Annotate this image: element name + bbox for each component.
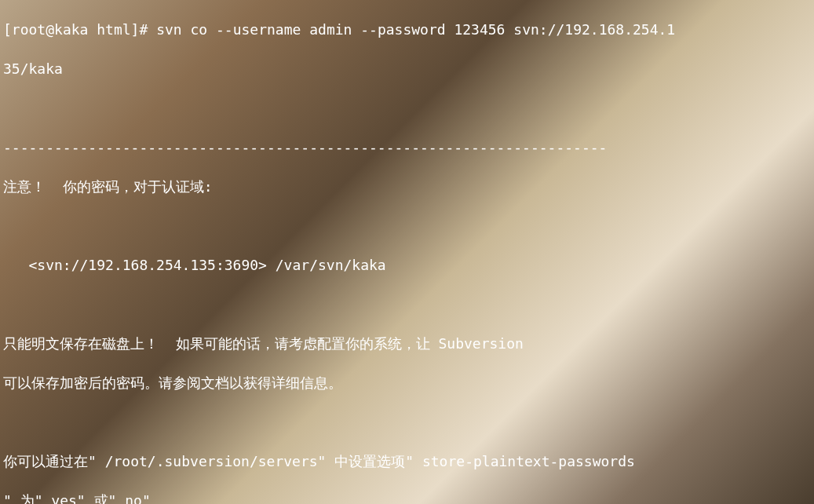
warning-body-4: " 为" yes" 或" no" ， bbox=[3, 491, 811, 504]
auth-realm: <svn://192.168.254.135:3690> /var/svn/ka… bbox=[3, 255, 811, 275]
warning-body-3: 你可以通过在" /root/.subversion/servers" 中设置选项… bbox=[3, 451, 811, 471]
warning-body-1: 只能明文保存在磁盘上！ 如果可能的话，请考虑配置你的系统，让 Subversio… bbox=[3, 334, 811, 353]
warning-title: 注意！ 你的密码，对于认证域: bbox=[3, 177, 811, 196]
prompt-line-1: [root@kaka html]# svn co --username admi… bbox=[3, 20, 811, 39]
svn-cmd-wrap: 35/kaka bbox=[3, 59, 811, 79]
separator-line: ----------------------------------------… bbox=[3, 137, 811, 157]
svn-checkout-command: svn co --username admin --password 12345… bbox=[156, 21, 675, 38]
warning-body-2: 可以保存加密后的密码。请参阅文档以获得详细信息。 bbox=[3, 373, 811, 393]
terminal-output[interactable]: [root@kaka html]# svn co --username admi… bbox=[0, 0, 814, 504]
